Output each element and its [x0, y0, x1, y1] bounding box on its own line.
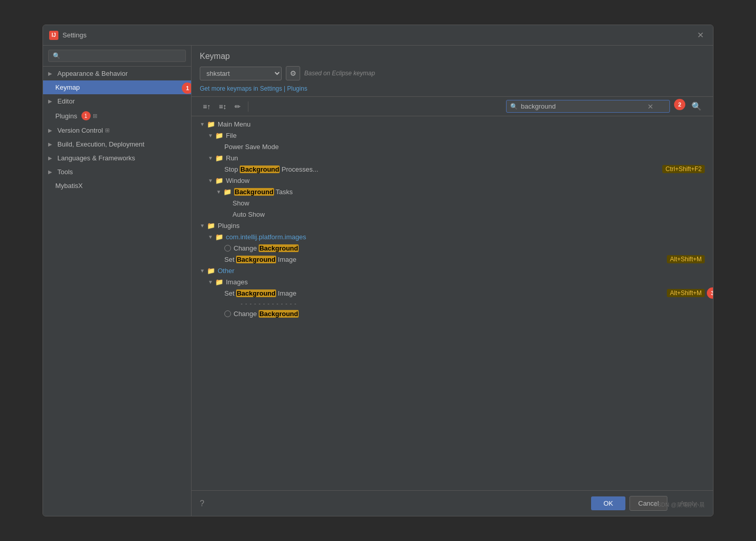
sidebar-item-label: Keymap — [55, 84, 80, 91]
chevron-right-icon: ▶ — [48, 98, 55, 104]
folder-icon: 📁 — [215, 233, 223, 241]
sidebar-list: ▶ Appearance & Behavior Keymap 1 ▶ Edito… — [43, 67, 191, 516]
tree-label: Change Background — [234, 244, 299, 252]
highlight: Background — [259, 310, 299, 318]
tree-label: Set Background Image — [224, 256, 297, 263]
chevron-right-icon: ▶ — [48, 128, 55, 133]
tree-row[interactable]: ▼ 📁 Window — [192, 175, 713, 186]
sidebar-item-appearance[interactable]: ▶ Appearance & Behavior — [43, 67, 191, 80]
sidebar-item-keymap[interactable]: Keymap 1 — [43, 80, 191, 94]
folder-icon: 📁 — [215, 154, 223, 162]
highlight: Background — [236, 256, 276, 263]
tree-label: Background Tasks — [234, 188, 292, 196]
tree-separator-row: - - - - - - - - - - - - - — [192, 299, 713, 308]
sidebar-item-label: Tools — [57, 168, 73, 176]
tree-row[interactable]: Change Background — [192, 242, 713, 254]
chevron-down-icon[interactable]: ▼ — [208, 178, 215, 183]
tree-label: Run — [226, 154, 238, 162]
tree-label: Images — [226, 278, 248, 286]
highlight: Background — [234, 188, 274, 196]
plugins-badge: 1 — [81, 111, 91, 120]
expand-all-button[interactable]: ≡↑ — [200, 101, 214, 112]
find-usages-button[interactable]: 🔍 — [688, 100, 705, 113]
chevron-down-icon[interactable]: ▼ — [200, 268, 207, 274]
chevron-down-icon[interactable]: ▼ — [208, 279, 215, 285]
sidebar-item-tools[interactable]: ▶ Tools — [43, 165, 191, 179]
sidebar-search-area — [43, 46, 191, 67]
tree-row[interactable]: Set Background Image Alt+Shift+M 3 — [192, 287, 713, 299]
tree-label: Stop Background Processes... — [224, 165, 318, 173]
tree-row[interactable]: Set Background Image Alt+Shift+M — [192, 254, 713, 265]
step-badge-1: 1 — [182, 82, 191, 94]
folder-icon: 📁 — [207, 120, 215, 128]
shortcut-badge: Alt+Shift+M — [667, 289, 705, 297]
chevron-down-icon[interactable]: ▼ — [208, 155, 215, 161]
highlight: Background — [240, 165, 280, 173]
sidebar-search-input[interactable] — [48, 50, 186, 62]
app-icon: IJ — [49, 31, 58, 40]
settings-dialog: IJ Settings ✕ ▶ Appearance & Behavior Ke… — [43, 25, 713, 516]
chevron-down-icon[interactable]: ▼ — [200, 223, 207, 228]
tree-label: Main Menu — [218, 120, 250, 128]
right-panel: Keymap shkstart ⚙ Based on Eclipse keyma… — [192, 46, 713, 516]
tree-row[interactable]: ▼ 📁 Other — [192, 265, 713, 276]
based-on-text: Based on Eclipse keymap — [304, 70, 375, 77]
folder-icon: 📁 — [215, 278, 223, 286]
keymap-tree: ▼ 📁 Main Menu ▼ 📁 File Power Save Mode — [192, 116, 713, 490]
search-input[interactable] — [506, 100, 670, 113]
folder-icon: 📁 — [215, 132, 223, 139]
tree-row[interactable]: ▼ 📁 Run — [192, 152, 713, 163]
chevron-down-icon[interactable]: ▼ — [200, 121, 207, 127]
sidebar-item-plugins[interactable]: Plugins 1 ⊞ — [43, 108, 191, 123]
tree-row[interactable]: ▼ 📁 File — [192, 130, 713, 141]
tree-row[interactable]: Show — [192, 197, 713, 209]
panel-header: Keymap shkstart ⚙ Based on Eclipse keyma… — [192, 46, 713, 97]
keymap-dropdown[interactable]: shkstart — [200, 67, 282, 80]
tree-row[interactable]: ▼ 📁 Background Tasks — [192, 186, 713, 197]
tree-label: Change Background — [234, 310, 299, 318]
sidebar-item-editor[interactable]: ▶ Editor — [43, 94, 191, 108]
sidebar-item-label: Appearance & Behavior — [57, 70, 128, 77]
chevron-down-icon[interactable]: ▼ — [216, 189, 223, 195]
chevron-right-icon: ▶ — [48, 71, 55, 76]
tree-row[interactable]: ▼ 📁 Images — [192, 276, 713, 287]
chevron-right-icon: ▶ — [48, 169, 55, 175]
collapse-all-button[interactable]: ≡↕ — [216, 101, 229, 112]
toolbar-separator — [248, 101, 248, 112]
tree-label: Power Save Mode — [224, 143, 279, 151]
tree-row[interactable]: ▼ 📁 Main Menu — [192, 118, 713, 130]
ok-button[interactable]: OK — [591, 496, 625, 510]
shortcut-badge: Ctrl+Shift+F2 — [662, 165, 705, 173]
sidebar-item-label: Version Control — [57, 127, 103, 134]
close-button[interactable]: ✕ — [694, 28, 707, 42]
chevron-down-icon[interactable]: ▼ — [208, 133, 215, 138]
edit-button[interactable]: ✏ — [232, 101, 244, 112]
tree-label: Show — [233, 199, 249, 207]
tree-row[interactable]: Stop Background Processes... Ctrl+Shift+… — [192, 163, 713, 175]
search-clear-icon[interactable]: ✕ — [647, 102, 654, 111]
get-more-link[interactable]: Get more keymaps in Settings | Plugins — [200, 85, 307, 92]
tree-row[interactable]: Change Background — [192, 308, 713, 319]
highlight: Background — [259, 244, 299, 252]
folder-icon: 📁 — [207, 222, 215, 230]
gear-button[interactable]: ⚙ — [286, 66, 300, 80]
tree-label: Other — [218, 267, 235, 275]
plugins-icon: ⊞ — [93, 113, 97, 119]
tree-row[interactable]: ▼ 📁 Plugins — [192, 220, 713, 231]
keymap-selector-row: shkstart ⚙ Based on Eclipse keymap — [200, 66, 705, 80]
panel-title: Keymap — [200, 52, 705, 61]
tree-label: Auto Show — [233, 211, 265, 218]
tree-row[interactable]: ▼ 📁 com.intellij.platform.images — [192, 231, 713, 242]
keymap-toolbar: ≡↑ ≡↕ ✏ 🔍 ✕ 2 🔍 — [192, 97, 713, 116]
highlight: Background — [236, 289, 276, 297]
sidebar-item-languages[interactable]: ▶ Languages & Frameworks — [43, 151, 191, 165]
tree-row[interactable]: Power Save Mode — [192, 141, 713, 152]
step-badge-2: 2 — [674, 99, 685, 110]
sidebar-item-version-control[interactable]: ▶ Version Control ⊞ — [43, 123, 191, 137]
chevron-down-icon[interactable]: ▼ — [208, 234, 215, 240]
help-button[interactable]: ? — [200, 499, 204, 508]
tree-row[interactable]: Auto Show — [192, 209, 713, 220]
sidebar-item-build[interactable]: ▶ Build, Execution, Deployment — [43, 137, 191, 151]
sidebar-item-label: Languages & Frameworks — [57, 154, 135, 162]
sidebar-item-mybatisx[interactable]: MybatisX — [43, 179, 191, 193]
